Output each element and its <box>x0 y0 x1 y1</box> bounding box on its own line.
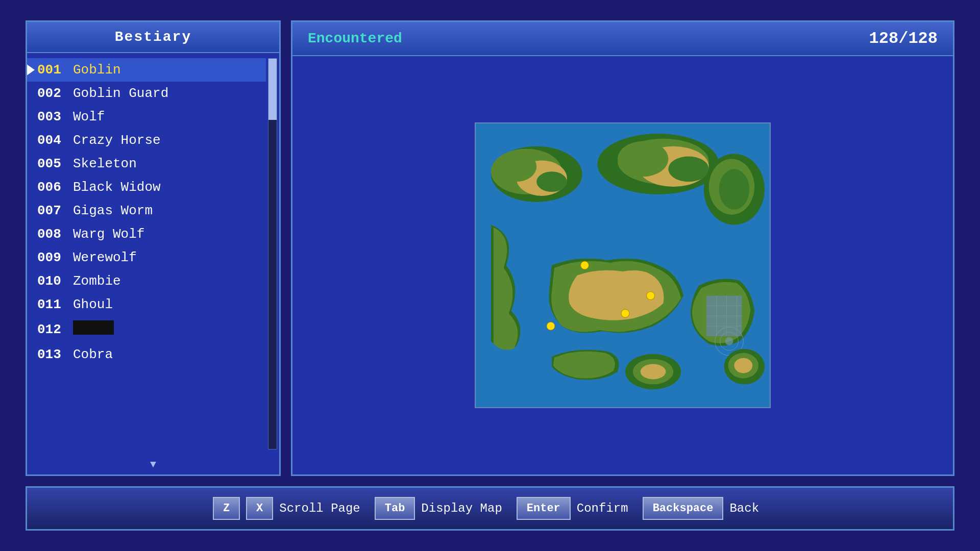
right-panel: Encountered 128/128 <box>291 20 954 476</box>
map-area <box>292 56 953 474</box>
list-item[interactable]: 007Gigas Worm <box>27 199 266 222</box>
svg-point-4 <box>496 152 536 182</box>
count-label: 128/128 <box>869 29 938 48</box>
confirm-label: Confirm <box>577 502 628 515</box>
key-z-button[interactable]: Z <box>213 497 240 520</box>
key-x-button[interactable]: X <box>246 497 273 520</box>
monster-number: 007 <box>37 203 73 218</box>
monster-name: Black Widow <box>73 180 161 195</box>
list-item[interactable]: 006Black Widow <box>27 176 266 199</box>
list-item[interactable]: 002Goblin Guard <box>27 82 266 105</box>
key-tab-button[interactable]: Tab <box>375 497 415 520</box>
monster-name: Crazy Horse <box>73 133 161 148</box>
monster-number: 011 <box>37 297 73 312</box>
list-item[interactable]: 005Skeleton <box>27 152 266 176</box>
monster-name: Goblin Guard <box>73 86 168 101</box>
list-container: 001Goblin002Goblin Guard003Wolf004Crazy … <box>27 53 279 455</box>
list-item[interactable]: 008Warg Wolf <box>27 222 266 246</box>
right-header: Encountered 128/128 <box>292 22 953 56</box>
monster-number: 004 <box>37 133 73 148</box>
svg-point-23 <box>725 337 733 345</box>
scroll-page-label: Scroll Page <box>279 502 360 515</box>
svg-point-10 <box>668 157 708 182</box>
scrollbar-thumb[interactable] <box>268 59 277 120</box>
list-item[interactable]: 001Goblin <box>27 58 266 82</box>
monster-name: Skeleton <box>73 156 137 171</box>
display-map-label: Display Map <box>421 502 502 515</box>
monster-name: Werewolf <box>73 250 137 265</box>
back-label: Back <box>729 502 759 515</box>
svg-point-31 <box>647 292 655 300</box>
key-backspace-button[interactable]: Backspace <box>643 497 724 520</box>
monster-name: Zombie <box>73 273 121 289</box>
monster-name <box>73 320 114 339</box>
cursor-arrow <box>27 63 35 77</box>
bestiary-header: Bestiary <box>27 22 279 53</box>
svg-point-26 <box>641 364 666 380</box>
monster-number: 013 <box>37 347 73 362</box>
svg-point-33 <box>547 322 555 330</box>
monster-number: 005 <box>37 156 73 171</box>
monster-name: Cobra <box>73 347 113 362</box>
main-area: Bestiary 001Goblin002Goblin Guard003Wolf… <box>26 20 954 476</box>
list-item[interactable]: 013Cobra <box>27 343 266 366</box>
monster-number: 009 <box>37 250 73 265</box>
left-panel: Bestiary 001Goblin002Goblin Guard003Wolf… <box>26 20 281 476</box>
scroll-down-arrow[interactable]: ▼ <box>27 455 279 474</box>
world-map <box>475 122 771 408</box>
svg-point-32 <box>621 309 629 317</box>
svg-point-5 <box>536 171 567 192</box>
unknown-monster-box <box>73 320 114 335</box>
svg-point-13 <box>719 169 750 209</box>
list-item[interactable]: 011Ghoul <box>27 293 266 316</box>
monster-number: 002 <box>37 86 73 101</box>
svg-point-29 <box>734 358 752 373</box>
scrollbar-track[interactable] <box>268 58 277 449</box>
monster-name: Warg Wolf <box>73 227 144 242</box>
list-item[interactable]: 010Zombie <box>27 269 266 293</box>
map-svg <box>476 123 770 407</box>
monster-name: Ghoul <box>73 297 113 312</box>
monster-name: Wolf <box>73 109 105 124</box>
monster-number: 008 <box>37 227 73 242</box>
key-enter-button[interactable]: Enter <box>517 497 571 520</box>
svg-point-30 <box>581 261 589 269</box>
monster-number: 010 <box>37 273 73 289</box>
monster-list[interactable]: 001Goblin002Goblin Guard003Wolf004Crazy … <box>27 53 266 455</box>
list-item[interactable]: 004Crazy Horse <box>27 129 266 152</box>
encountered-label: Encountered <box>308 31 402 46</box>
monster-number: 003 <box>37 109 73 124</box>
list-item[interactable]: 012 <box>27 316 266 343</box>
bottom-bar: Z X Scroll Page Tab Display Map Enter Co… <box>26 486 954 531</box>
monster-name: Goblin <box>73 62 121 78</box>
monster-number: 001 <box>37 62 73 78</box>
list-item[interactable]: 003Wolf <box>27 105 266 129</box>
monster-name: Gigas Worm <box>73 203 153 218</box>
monster-number: 012 <box>37 322 73 337</box>
monster-number: 006 <box>37 180 73 195</box>
svg-point-9 <box>618 141 668 177</box>
list-item[interactable]: 009Werewolf <box>27 246 266 269</box>
